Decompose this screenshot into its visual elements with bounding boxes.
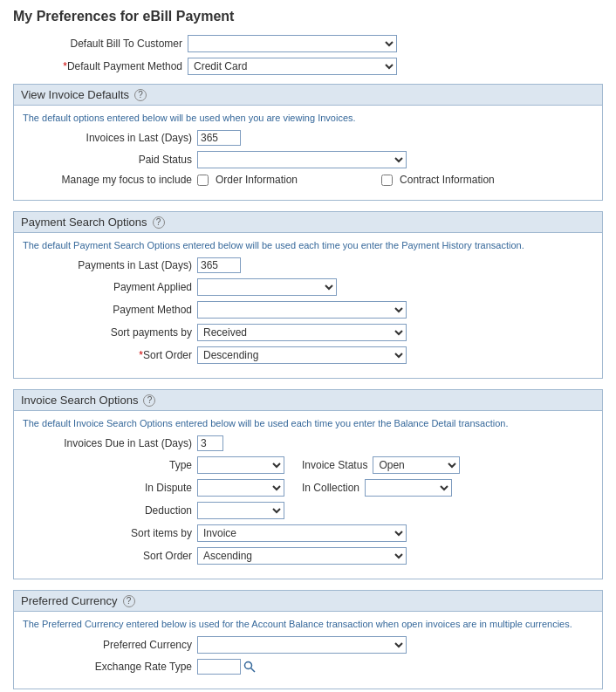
view-invoice-defaults-title: View Invoice Defaults bbox=[21, 88, 129, 101]
view-invoice-defaults-content: The default options entered below will b… bbox=[14, 106, 602, 200]
paid-status-row: Paid Status bbox=[23, 151, 593, 168]
exchange-rate-input[interactable] bbox=[197, 659, 241, 675]
preferred-currency-help[interactable]: ? bbox=[123, 595, 135, 607]
preferred-currency-desc: The Preferred Currency entered below is … bbox=[23, 619, 593, 629]
in-dispute-in-collection-row: In Dispute In Collection bbox=[23, 479, 593, 497]
paid-status-select[interactable] bbox=[197, 151, 407, 168]
invoice-status-label: Invoice Status bbox=[302, 459, 367, 471]
exchange-rate-row: Exchange Rate Type bbox=[23, 659, 593, 675]
payment-search-options-desc: The default Payment Search Options enter… bbox=[23, 240, 593, 250]
invoice-search-options-content: The default Invoice Search Options enter… bbox=[14, 411, 602, 579]
top-fields-section: Default Bill To Customer *Default Bill T… bbox=[13, 35, 603, 75]
sort-items-by-label: Sort items by bbox=[23, 527, 197, 539]
payment-search-options-title: Payment Search Options bbox=[21, 216, 147, 229]
svg-line-1 bbox=[251, 668, 256, 673]
preferred-currency-header: Preferred Currency ? bbox=[14, 591, 602, 612]
view-invoice-defaults-help[interactable]: ? bbox=[134, 89, 147, 101]
invoice-search-options-help[interactable]: ? bbox=[143, 394, 155, 407]
preferred-currency-content: The Preferred Currency entered below is … bbox=[14, 612, 602, 689]
sort-order-payment-row: *Sort Order Descending Ascending bbox=[23, 346, 593, 364]
preferred-currency-row: Preferred Currency bbox=[23, 636, 593, 654]
invoices-due-label: Invoices Due in Last (Days) bbox=[23, 437, 197, 449]
deduction-select[interactable] bbox=[197, 502, 284, 519]
order-information-checkbox[interactable] bbox=[197, 175, 209, 186]
payment-search-options-section: Payment Search Options ? The default Pay… bbox=[13, 211, 603, 379]
invoices-in-last-row: Invoices in Last (Days) bbox=[23, 130, 593, 146]
in-collection-select[interactable] bbox=[365, 479, 452, 497]
sort-items-by-row: Sort items by Invoice bbox=[23, 524, 593, 542]
view-invoice-defaults-section: View Invoice Defaults ? The default opti… bbox=[13, 84, 603, 201]
manage-focus-checkboxes: Order Information Contract Information bbox=[197, 174, 495, 186]
payments-in-last-row: Payments in Last (Days) bbox=[23, 257, 593, 273]
sort-order-invoice-row: Sort Order Ascending Descending bbox=[23, 547, 593, 565]
payment-applied-select[interactable] bbox=[197, 278, 337, 296]
exchange-rate-label: Exchange Rate Type bbox=[23, 661, 197, 673]
in-dispute-select[interactable] bbox=[197, 479, 284, 497]
sort-payments-by-row: Sort payments by Received bbox=[23, 324, 593, 341]
svg-point-0 bbox=[245, 662, 252, 669]
sort-items-by-select[interactable]: Invoice bbox=[197, 524, 407, 542]
view-invoice-defaults-header: View Invoice Defaults ? bbox=[14, 85, 602, 106]
invoice-status-select[interactable]: Open bbox=[373, 456, 460, 474]
sort-order-payment-select[interactable]: Descending Ascending bbox=[197, 346, 407, 364]
in-dispute-label: In Dispute bbox=[23, 482, 197, 494]
deduction-row: Deduction bbox=[23, 502, 593, 519]
invoices-in-last-label: Invoices in Last (Days) bbox=[23, 132, 197, 144]
type-invoice-status-row: Type Invoice Status Open bbox=[23, 456, 593, 474]
payment-search-options-help[interactable]: ? bbox=[153, 216, 165, 229]
invoice-search-options-desc: The default Invoice Search Options enter… bbox=[23, 418, 593, 428]
deduction-label: Deduction bbox=[23, 504, 197, 517]
invoice-search-options-section: Invoice Search Options ? The default Inv… bbox=[13, 389, 603, 579]
default-payment-method-select[interactable]: Credit Card bbox=[188, 58, 397, 75]
contract-information-label: Contract Information bbox=[400, 174, 495, 186]
sort-order-invoice-select[interactable]: Ascending Descending bbox=[197, 547, 407, 565]
payment-method-label: Payment Method bbox=[23, 304, 197, 316]
sort-payments-by-label: Sort payments by bbox=[23, 326, 197, 339]
default-bill-to-label: Default Bill To Customer bbox=[13, 38, 188, 50]
manage-focus-row: Manage my focus to include Order Informa… bbox=[23, 174, 593, 186]
invoice-search-options-header: Invoice Search Options ? bbox=[14, 390, 602, 411]
order-information-label: Order Information bbox=[216, 174, 298, 186]
payments-in-last-input[interactable] bbox=[197, 257, 241, 273]
sort-order-payment-label: *Sort Order bbox=[23, 349, 197, 361]
payment-applied-label: Payment Applied bbox=[23, 281, 197, 293]
contract-information-checkbox[interactable] bbox=[381, 175, 393, 186]
sort-payments-by-select[interactable]: Received bbox=[197, 324, 407, 341]
preferred-currency-title: Preferred Currency bbox=[21, 594, 118, 607]
invoices-due-input[interactable] bbox=[197, 435, 223, 451]
preferred-currency-label: Preferred Currency bbox=[23, 639, 197, 651]
exchange-rate-search-icon[interactable] bbox=[243, 661, 256, 673]
type-select[interactable] bbox=[197, 456, 284, 474]
type-label: Type bbox=[23, 459, 197, 471]
payments-in-last-label: Payments in Last (Days) bbox=[23, 259, 197, 271]
paid-status-label: Paid Status bbox=[23, 154, 197, 166]
preferred-currency-section: Preferred Currency ? The Preferred Curre… bbox=[13, 590, 603, 689]
invoice-search-options-title: Invoice Search Options bbox=[21, 394, 138, 407]
preferred-currency-select[interactable] bbox=[197, 636, 407, 654]
sort-order-invoice-label: Sort Order bbox=[23, 550, 197, 562]
page-title: My Preferences for eBill Payment bbox=[13, 9, 603, 24]
view-invoice-defaults-desc: The default options entered below will b… bbox=[23, 113, 593, 123]
payment-search-options-header: Payment Search Options ? bbox=[14, 212, 602, 233]
default-payment-method-row: *Default Bill To CustomerDefault Payment… bbox=[13, 58, 603, 75]
manage-focus-label: Manage my focus to include bbox=[23, 174, 197, 186]
default-bill-to-row: Default Bill To Customer bbox=[13, 35, 603, 52]
payment-applied-row: Payment Applied bbox=[23, 278, 593, 296]
invoices-in-last-input[interactable] bbox=[197, 130, 241, 146]
payment-method-select[interactable] bbox=[197, 301, 407, 319]
in-collection-label: In Collection bbox=[302, 482, 359, 494]
default-payment-method-label: *Default Bill To CustomerDefault Payment… bbox=[13, 60, 188, 72]
default-bill-to-select[interactable] bbox=[188, 35, 397, 52]
payment-method-row: Payment Method bbox=[23, 301, 593, 319]
invoices-due-row: Invoices Due in Last (Days) bbox=[23, 435, 593, 451]
payment-search-options-content: The default Payment Search Options enter… bbox=[14, 233, 602, 378]
